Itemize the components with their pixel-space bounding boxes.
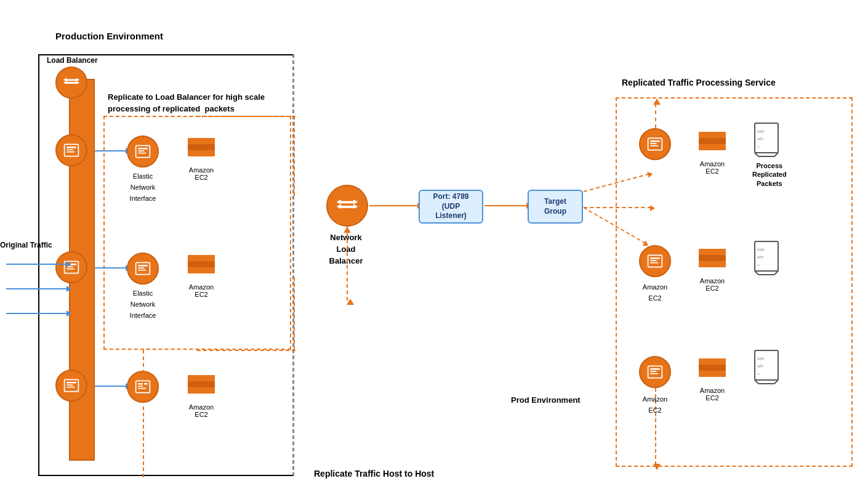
nlb-icon	[326, 185, 368, 227]
svg-text:--: --	[757, 262, 760, 267]
svg-rect-29	[188, 255, 215, 261]
svg-rect-35	[138, 388, 146, 389]
svg-rect-75	[650, 371, 657, 372]
svg-marker-5	[76, 81, 80, 84]
load-balancer-icon	[55, 67, 87, 99]
replicate-host-label: Replicate Traffic Host to Host	[314, 468, 434, 479]
svg-text:--: --	[757, 371, 760, 376]
replicated-ec2-3: AmazonEC2	[696, 350, 729, 402]
svg-rect-7	[66, 147, 76, 148]
svg-rect-28	[138, 270, 146, 271]
replicated-ec2-3-label: AmazonEC2	[633, 393, 677, 415]
svg-marker-44	[353, 204, 358, 209]
diagram-container: Production Environment Load Balancer	[0, 0, 868, 489]
svg-text:</>: </>	[757, 356, 765, 362]
svg-rect-61	[650, 260, 657, 261]
svg-rect-8	[66, 149, 73, 150]
svg-rect-15	[66, 382, 76, 384]
svg-rect-19	[138, 148, 148, 150]
eni-bar-icon-2	[55, 251, 87, 283]
ec2-icon-1: AmazonEC2	[185, 129, 218, 181]
replicate-lb-label: Replicate to Load Balancer for high scal…	[108, 91, 286, 115]
replicated-eni-3	[639, 356, 671, 388]
svg-rect-47	[650, 143, 657, 144]
production-env-label: Production Environment	[55, 31, 163, 42]
traffic-arrow-1	[6, 264, 68, 265]
svg-rect-22	[188, 138, 215, 144]
nlb-bottom-arrow	[347, 299, 354, 305]
svg-rect-65	[699, 261, 726, 267]
svg-rect-24	[188, 150, 215, 156]
svg-text:</>: </>	[757, 137, 763, 141]
port-listener-box: Port: 4789(UDPListener)	[419, 190, 483, 224]
nlb-label: NetworkLoadBalancer	[315, 232, 377, 267]
bar-to-eni1-arrow	[95, 150, 127, 152]
svg-rect-64	[699, 255, 726, 261]
traffic-arrow-3	[6, 313, 68, 314]
svg-rect-79	[699, 371, 726, 377]
svg-rect-17	[66, 387, 74, 388]
svg-rect-13	[66, 269, 74, 270]
nlb-up-arrow	[344, 227, 351, 233]
process-icon-1: </> </> -- ProcessReplicatedPackets	[752, 121, 787, 188]
eni-bar-icon-1	[55, 134, 87, 166]
svg-rect-74	[650, 368, 660, 370]
eni3-down-dashed	[143, 350, 144, 387]
svg-text:</>: </>	[757, 129, 765, 134]
svg-rect-27	[138, 267, 145, 269]
svg-rect-50	[699, 138, 726, 144]
svg-rect-46	[650, 140, 660, 142]
svg-text:</>: </>	[757, 247, 765, 253]
process-icon-3: </> </> --	[752, 348, 786, 389]
replicated-ec2-2-label: AmazonEC2	[633, 281, 677, 303]
svg-rect-60	[650, 257, 660, 259]
nlb-down-dashed	[347, 227, 348, 301]
svg-marker-2	[63, 78, 67, 82]
svg-rect-37	[188, 381, 215, 387]
svg-rect-49	[699, 132, 726, 138]
svg-rect-36	[188, 375, 215, 381]
eni-bar-icon-3	[55, 370, 87, 402]
svg-marker-43	[337, 204, 342, 209]
replicated-eni-2	[639, 245, 671, 277]
svg-text:</>: </>	[757, 255, 763, 259]
ec2-icon-3: AmazonEC2	[185, 366, 218, 418]
svg-rect-48	[650, 145, 658, 147]
eni-icon-2	[127, 253, 159, 285]
top-dashed-h1	[197, 116, 295, 117]
target-group-box: TargetGroup	[528, 190, 583, 224]
bar-to-eni2-arrow	[95, 267, 127, 269]
replicated-ec2-1: AmazonEC2	[696, 123, 729, 175]
top-dashed-v1	[294, 116, 295, 196]
prod-environment-label: Prod Environment	[511, 394, 581, 405]
svg-text:--: --	[757, 144, 760, 148]
svg-rect-23	[188, 144, 215, 150]
bar-to-eni3-arrow	[95, 386, 127, 387]
svg-rect-30	[188, 261, 215, 267]
replicated-service-label: Replicated Traffic Processing Service	[622, 77, 850, 88]
replicated-row1-up-dashed	[655, 103, 656, 128]
ec2-icon-2: AmazonEC2	[185, 246, 218, 298]
eni-2-label: ElasticNetworkInterface	[121, 287, 165, 320]
port-to-target-arrow	[484, 205, 528, 206]
eni3-bottom-dashed	[143, 406, 144, 477]
svg-rect-9	[66, 152, 74, 153]
svg-marker-4	[63, 81, 67, 84]
eni3-up-arrow	[139, 371, 147, 377]
svg-rect-26	[138, 265, 148, 267]
svg-marker-42	[353, 200, 358, 204]
load-balancer-label: Load Balancer	[47, 54, 98, 65]
bot-dashed-v1	[294, 277, 295, 350]
svg-rect-38	[188, 387, 215, 394]
replicated-ec2-2: AmazonEC2	[696, 240, 729, 292]
svg-rect-31	[188, 267, 215, 273]
svg-rect-16	[66, 384, 73, 386]
svg-text:</>: </>	[757, 364, 763, 368]
traffic-arrow-2	[6, 288, 68, 289]
original-traffic-label: Original Traffic	[0, 239, 52, 250]
svg-rect-78	[699, 365, 726, 371]
svg-rect-77	[699, 358, 726, 365]
eni-icon-1	[127, 135, 159, 168]
process-icon-2: </> </> --	[752, 239, 786, 280]
bot-dashed-h1	[197, 350, 295, 351]
